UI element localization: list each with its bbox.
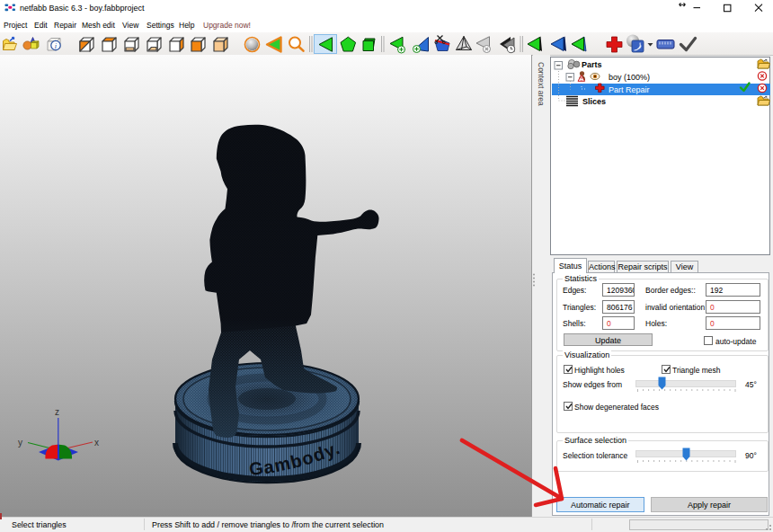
svg-text:z: z: [55, 407, 59, 417]
svg-text:y: y: [18, 438, 22, 448]
svg-text:x: x: [94, 438, 99, 448]
